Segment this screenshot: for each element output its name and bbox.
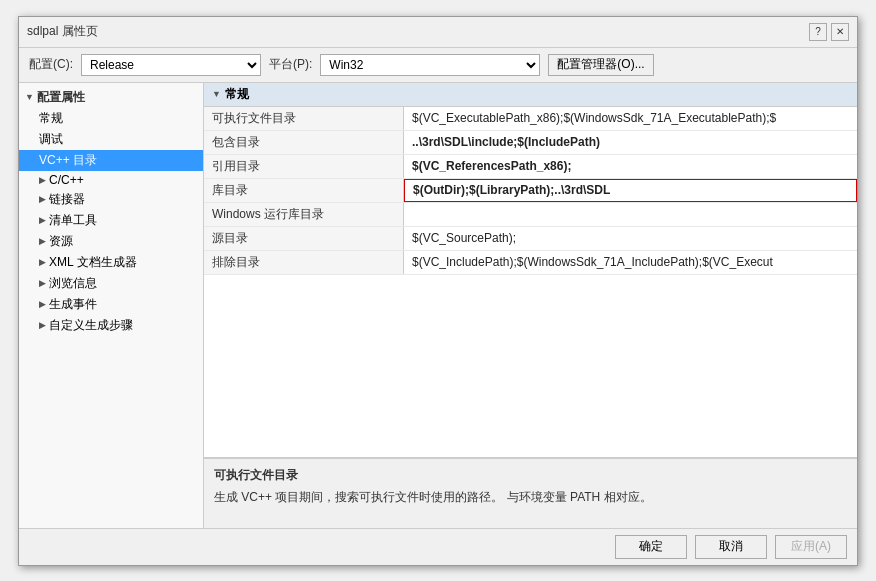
dialog-title: sdlpal 属性页	[27, 23, 98, 40]
prop-name-source: 源目录	[204, 227, 404, 250]
footer: 确定 取消 应用(A)	[19, 528, 857, 565]
tree-item-linker[interactable]: ▶ 链接器	[19, 189, 203, 210]
tree-root[interactable]: ▼ 配置属性	[19, 87, 203, 108]
prop-value-winrt[interactable]	[404, 203, 857, 226]
ok-button[interactable]: 确定	[615, 535, 687, 559]
linker-expand-icon: ▶	[39, 194, 46, 204]
tree-item-cpp[interactable]: ▶ C/C++	[19, 171, 203, 189]
cpp-expand-icon: ▶	[39, 175, 46, 185]
tree-item-custom-build[interactable]: ▶ 自定义生成步骤	[19, 315, 203, 336]
tree-item-browse-label: 浏览信息	[49, 275, 97, 292]
prop-name-reference: 引用目录	[204, 155, 404, 178]
tree-item-resources-label: 资源	[49, 233, 73, 250]
root-expand-icon: ▼	[25, 92, 34, 102]
apply-button[interactable]: 应用(A)	[775, 535, 847, 559]
close-button[interactable]: ✕	[831, 23, 849, 41]
prop-value-include[interactable]: ..\3rd\SDL\include;$(IncludePath)	[404, 131, 857, 154]
tree-item-custom-build-label: 自定义生成步骤	[49, 317, 133, 334]
properties-table: ▼ 常规 可执行文件目录 $(VC_ExecutablePath_x86);$(…	[204, 83, 857, 458]
cancel-button[interactable]: 取消	[695, 535, 767, 559]
platform-select[interactable]: Win32	[320, 54, 540, 76]
description-text: 生成 VC++ 项目期间，搜索可执行文件时使用的路径。 与环境变量 PATH 相…	[214, 488, 847, 506]
config-label: 配置(C):	[29, 56, 73, 73]
tree-item-debug-label: 调试	[39, 131, 63, 148]
prop-value-source[interactable]: $(VC_SourcePath);	[404, 227, 857, 250]
prop-row-library: 库目录 $(OutDir);$(LibraryPath);..\3rd\SDL	[204, 179, 857, 203]
prop-row-executable: 可执行文件目录 $(VC_ExecutablePath_x86);$(Windo…	[204, 107, 857, 131]
section-label: 常规	[225, 86, 249, 103]
prop-row-winrt: Windows 运行库目录	[204, 203, 857, 227]
tree-item-xml-doc[interactable]: ▶ XML 文档生成器	[19, 252, 203, 273]
prop-value-executable[interactable]: $(VC_ExecutablePath_x86);$(WindowsSdk_71…	[404, 107, 857, 130]
right-panel: ▼ 常规 可执行文件目录 $(VC_ExecutablePath_x86);$(…	[204, 83, 857, 528]
resources-expand-icon: ▶	[39, 236, 46, 246]
tree-item-build-events-label: 生成事件	[49, 296, 97, 313]
prop-row-exclude: 排除目录 $(VC_IncludePath);$(WindowsSdk_71A_…	[204, 251, 857, 275]
section-expand-icon: ▼	[212, 89, 221, 99]
tree-item-linker-label: 链接器	[49, 191, 85, 208]
prop-value-reference[interactable]: $(VC_ReferencesPath_x86);	[404, 155, 857, 178]
tree-item-manifest-label: 清单工具	[49, 212, 97, 229]
prop-value-exclude[interactable]: $(VC_IncludePath);$(WindowsSdk_71A_Inclu…	[404, 251, 857, 274]
tree-item-manifest[interactable]: ▶ 清单工具	[19, 210, 203, 231]
browse-expand-icon: ▶	[39, 278, 46, 288]
tree-root-label: 配置属性	[37, 89, 85, 106]
tree-item-general[interactable]: 常规	[19, 108, 203, 129]
prop-row-include: 包含目录 ..\3rd\SDL\include;$(IncludePath)	[204, 131, 857, 155]
tree-item-vc-dirs[interactable]: VC++ 目录	[19, 150, 203, 171]
tree-panel: ▼ 配置属性 常规 调试 VC++ 目录 ▶ C/C++ ▶ 链接器 ▶	[19, 83, 204, 528]
build-events-expand-icon: ▶	[39, 299, 46, 309]
tree-item-debug[interactable]: 调试	[19, 129, 203, 150]
tree-item-cpp-label: C/C++	[49, 173, 84, 187]
tree-item-vc-dirs-label: VC++ 目录	[39, 152, 97, 169]
prop-row-source: 源目录 $(VC_SourcePath);	[204, 227, 857, 251]
description-area: 可执行文件目录 生成 VC++ 项目期间，搜索可执行文件时使用的路径。 与环境变…	[204, 458, 857, 528]
tree-item-browse[interactable]: ▶ 浏览信息	[19, 273, 203, 294]
config-select[interactable]: Release	[81, 54, 261, 76]
main-content: ▼ 配置属性 常规 调试 VC++ 目录 ▶ C/C++ ▶ 链接器 ▶	[19, 83, 857, 528]
section-header: ▼ 常规	[204, 83, 857, 107]
xml-doc-expand-icon: ▶	[39, 257, 46, 267]
prop-name-library: 库目录	[204, 179, 404, 202]
prop-name-include: 包含目录	[204, 131, 404, 154]
tree-item-xml-doc-label: XML 文档生成器	[49, 254, 137, 271]
description-title: 可执行文件目录	[214, 467, 847, 484]
prop-name-exclude: 排除目录	[204, 251, 404, 274]
prop-name-winrt: Windows 运行库目录	[204, 203, 404, 226]
prop-value-library[interactable]: $(OutDir);$(LibraryPath);..\3rd\SDL	[404, 179, 857, 202]
toolbar: 配置(C): Release 平台(P): Win32 配置管理器(O)...	[19, 48, 857, 83]
help-button[interactable]: ?	[809, 23, 827, 41]
properties-dialog: sdlpal 属性页 ? ✕ 配置(C): Release 平台(P): Win…	[18, 16, 858, 566]
prop-name-executable: 可执行文件目录	[204, 107, 404, 130]
tree-item-build-events[interactable]: ▶ 生成事件	[19, 294, 203, 315]
custom-build-expand-icon: ▶	[39, 320, 46, 330]
platform-label: 平台(P):	[269, 56, 312, 73]
prop-row-reference: 引用目录 $(VC_ReferencesPath_x86);	[204, 155, 857, 179]
tree-item-resources[interactable]: ▶ 资源	[19, 231, 203, 252]
title-bar: sdlpal 属性页 ? ✕	[19, 17, 857, 48]
tree-item-general-label: 常规	[39, 110, 63, 127]
title-controls: ? ✕	[809, 23, 849, 41]
config-manager-button[interactable]: 配置管理器(O)...	[548, 54, 653, 76]
manifest-expand-icon: ▶	[39, 215, 46, 225]
